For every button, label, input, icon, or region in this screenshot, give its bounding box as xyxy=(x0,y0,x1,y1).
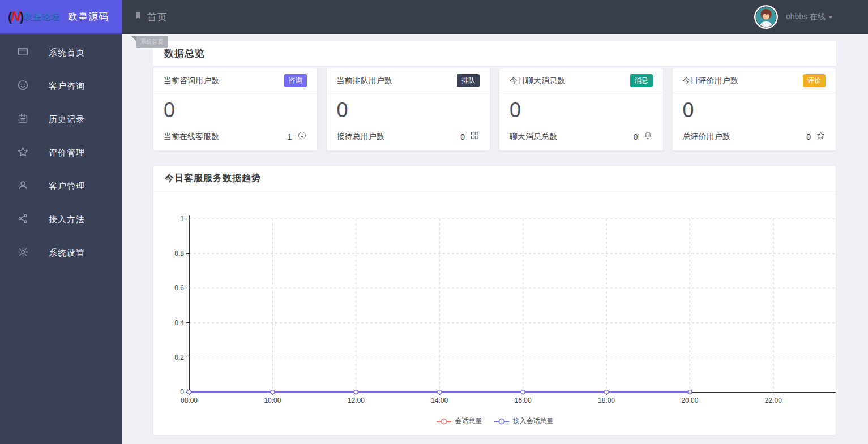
stat-footer-label: 总评价用户数 xyxy=(683,132,730,142)
user-dropdown[interactable]: ohbbs 在线 xyxy=(754,5,833,29)
stat-card-title: 当前排队用户数 xyxy=(337,76,392,86)
svg-text:12:00: 12:00 xyxy=(348,396,365,404)
legend-item[interactable]: 接入会话总量 xyxy=(494,416,554,426)
gear-icon xyxy=(17,246,29,260)
stat-value: 0 xyxy=(153,93,317,122)
stat-footer-value: 1 xyxy=(288,132,292,141)
stat-card-messages: 今日聊天消息数 消息 0 聊天消息总数 0 xyxy=(499,68,664,151)
stat-card-header: 今日评价用户数 评价 xyxy=(673,68,836,93)
sidebar-item-rating-management[interactable]: 评价管理 xyxy=(0,136,122,170)
stat-card-footer: 当前在线客服数 1 xyxy=(153,131,317,150)
legend-label: 接入会话总量 xyxy=(513,416,554,426)
brand-logo-subtitle: 欧皇论坛 xyxy=(24,11,60,22)
stat-card-title: 今日聊天消息数 xyxy=(510,76,565,86)
smiley-icon xyxy=(297,131,307,143)
bell-icon xyxy=(643,131,653,143)
stat-footer-label: 接待总用户数 xyxy=(337,132,384,142)
notebook-icon xyxy=(17,113,29,127)
svg-text:0: 0 xyxy=(180,388,184,396)
overview-panel-header: 数据总览 xyxy=(153,41,836,66)
bookmark-icon xyxy=(134,11,143,23)
stat-footer-label: 当前在线客服数 xyxy=(164,132,219,142)
legend-item[interactable]: 会话总量 xyxy=(436,416,482,426)
trend-line-chart: 08:0010:0012:0014:0016:0018:0020:0022:00… xyxy=(153,192,836,415)
svg-text:18:00: 18:00 xyxy=(598,396,615,404)
tab-home[interactable]: 首页 xyxy=(134,11,168,24)
sidebar-nav: 系统首页 客户咨询 历史记录 评价管理 客户管理 接入方法 xyxy=(0,34,122,270)
stat-badge: 消息 xyxy=(630,74,653,87)
stat-footer-value: 0 xyxy=(806,132,811,141)
ghost-tab-chip: 系统首页 xyxy=(136,36,168,48)
user-icon xyxy=(17,179,29,193)
stat-card-header: 当前咨询用户数 咨询 xyxy=(153,68,317,93)
brand-logo: (N) 欧皇论坛 欧皇源码 xyxy=(0,0,122,34)
svg-text:0.8: 0.8 xyxy=(174,249,184,257)
stat-card-consulting: 当前咨询用户数 咨询 0 当前在线客服数 1 xyxy=(153,68,318,151)
svg-text:0.4: 0.4 xyxy=(174,319,184,327)
trend-chart-card: 今日客服服务数据趋势 08:0010:0012:0014:0016:0018:0… xyxy=(153,165,836,436)
chart-title: 今日客服服务数据趋势 xyxy=(165,173,261,184)
svg-text:1: 1 xyxy=(180,215,184,223)
tab-home-label: 首页 xyxy=(147,11,168,24)
sidebar-item-customer-management[interactable]: 客户管理 xyxy=(0,170,122,203)
stat-badge: 排队 xyxy=(457,74,480,87)
legend-marker-icon xyxy=(436,418,452,425)
stat-badge: 评价 xyxy=(803,74,826,87)
stat-footer-value: 0 xyxy=(634,132,638,141)
stat-value: 0 xyxy=(499,93,663,122)
stat-card-header: 今日聊天消息数 消息 xyxy=(499,68,663,93)
sidebar-item-label: 评价管理 xyxy=(49,148,85,158)
svg-text:22:00: 22:00 xyxy=(765,396,782,404)
brand-logo-mark: (N) xyxy=(8,8,23,24)
chart-legend: 会话总量接入会话总量 xyxy=(153,416,836,426)
grid-icon xyxy=(470,131,480,143)
chevron-down-icon xyxy=(828,16,833,19)
link-icon xyxy=(17,213,29,227)
chart-card-header: 今日客服服务数据趋势 xyxy=(153,166,836,192)
svg-text:20:00: 20:00 xyxy=(681,396,698,404)
sidebar-item-label: 历史记录 xyxy=(49,114,85,125)
app-window: (N) 欧皇论坛 欧皇源码 系统首页 客户咨询 历史记录 评价管理 xyxy=(0,0,868,444)
stat-value: 0 xyxy=(327,93,490,122)
monitor-icon xyxy=(17,46,29,60)
stat-card-footer: 总评价用户数 0 xyxy=(673,131,836,150)
svg-text:08:00: 08:00 xyxy=(181,396,198,404)
stat-card-queue: 当前排队用户数 排队 0 接待总用户数 0 xyxy=(326,68,491,151)
sidebar-item-label: 系统设置 xyxy=(49,248,85,258)
stat-value: 0 xyxy=(673,93,836,122)
avatar[interactable] xyxy=(754,5,778,29)
svg-text:10:00: 10:00 xyxy=(264,396,281,404)
sidebar-item-label: 系统首页 xyxy=(49,48,85,58)
stat-card-footer: 接待总用户数 0 xyxy=(327,131,490,150)
sidebar-item-label: 客户管理 xyxy=(49,181,85,192)
svg-text:0.2: 0.2 xyxy=(174,354,184,361)
main-content: 系统首页 数据总览 当前咨询用户数 咨询 0 当前在线客服数 1 xyxy=(122,34,868,444)
topbar: 首页 ohbbs 在线 xyxy=(122,0,868,34)
stat-card-title: 当前咨询用户数 xyxy=(164,76,219,86)
svg-text:14:00: 14:00 xyxy=(431,396,448,404)
stat-card-ratings: 今日评价用户数 评价 0 总评价用户数 0 xyxy=(672,68,837,151)
legend-label: 会话总量 xyxy=(455,416,482,426)
stat-card-footer: 聊天消息总数 0 xyxy=(499,131,663,150)
star-icon xyxy=(816,131,826,143)
sidebar-item-system-settings[interactable]: 系统设置 xyxy=(0,236,122,270)
brand-logo-letter: N xyxy=(11,8,19,24)
stat-card-title: 今日评价用户数 xyxy=(683,76,738,86)
stat-cards-row: 当前咨询用户数 咨询 0 当前在线客服数 1 当前排队用户数 排队 0 xyxy=(153,68,836,151)
sidebar-item-system-home[interactable]: 系统首页 xyxy=(0,36,122,70)
sidebar-item-label: 接入方法 xyxy=(49,214,85,225)
stat-footer-label: 聊天消息总数 xyxy=(510,132,557,142)
sidebar-item-history[interactable]: 历史记录 xyxy=(0,103,122,136)
legend-marker-icon xyxy=(494,418,510,425)
stat-badge: 咨询 xyxy=(284,74,307,87)
sidebar-item-label: 客户咨询 xyxy=(49,81,85,92)
svg-text:0.6: 0.6 xyxy=(174,284,184,292)
star-icon xyxy=(17,146,29,160)
app-title: 欧皇源码 xyxy=(68,10,109,23)
page-title: 数据总览 xyxy=(164,47,205,60)
stat-footer-value: 0 xyxy=(460,132,465,141)
sidebar-item-customer-consult[interactable]: 客户咨询 xyxy=(0,70,122,103)
stat-card-header: 当前排队用户数 排队 xyxy=(327,68,490,93)
sidebar-item-access-method[interactable]: 接入方法 xyxy=(0,203,122,236)
svg-text:16:00: 16:00 xyxy=(515,396,532,404)
